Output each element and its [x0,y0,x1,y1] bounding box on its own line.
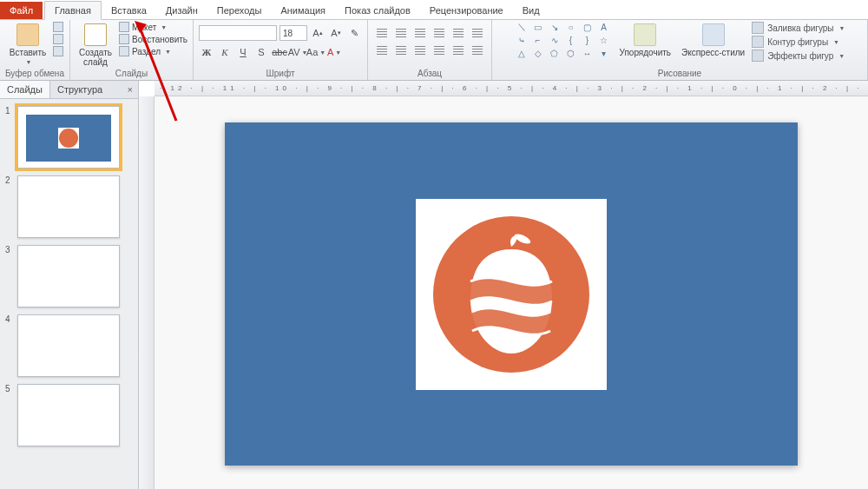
bullets-button[interactable] [373,25,391,41]
format-painter-button[interactable] [53,46,63,56]
columns-button[interactable] [450,43,467,58]
new-slide-icon [84,23,107,46]
effects-icon [752,50,764,62]
outline-icon [752,36,764,48]
layout-icon [119,22,129,32]
reset-button[interactable]: Восстановить [119,34,187,44]
slides-panel: Слайды Структура × 1 2 3 4 5 [0,81,139,489]
shape-curve-icon[interactable]: ∿ [548,35,562,45]
shape-line-icon[interactable]: ＼ [515,22,529,32]
copy-icon [53,34,63,44]
shape-star-icon[interactable]: ☆ [597,35,611,45]
section-icon [119,46,129,56]
clear-format-button[interactable]: ✎ [346,25,362,41]
slide-editor: · 12 · | · 11 · | · 10 · | · 9 · | · 8 ·… [139,81,868,489]
thumbnail-2[interactable]: 2 [0,172,138,241]
shape-oval-icon[interactable]: ○ [564,22,578,32]
justify-button[interactable] [431,43,448,58]
quick-styles-icon [702,23,725,46]
tab-home[interactable]: Главная [44,1,102,20]
group-label-paragraph: Абзац [418,69,442,80]
shape-arrow-icon[interactable]: ↘ [548,22,562,32]
shape-fill-button[interactable]: Заливка фигуры▼ [752,22,845,34]
horizontal-ruler[interactable]: · 12 · | · 11 · | · 10 · | · 9 · | · 8 ·… [155,81,868,96]
new-slide-button[interactable]: Создать слайд [76,22,115,69]
case-button[interactable]: Aa▼ [308,44,324,60]
tab-review[interactable]: Рецензирование [420,2,513,19]
increase-indent-button[interactable] [431,25,448,41]
strike-button[interactable]: abc [272,44,287,60]
tab-file[interactable]: Файл [0,2,43,19]
quick-styles-button[interactable]: Экспресс-стили [678,22,748,59]
numbering-button[interactable] [392,25,410,41]
shape-more-1[interactable]: △ [515,48,529,58]
italic-button[interactable]: К [217,44,233,60]
thumbnail-3[interactable]: 3 [0,241,138,311]
arrange-button[interactable]: Упорядочить [616,22,675,59]
decrease-indent-button[interactable] [411,25,429,41]
shadow-button[interactable]: S [253,44,269,60]
font-color-button[interactable]: A▼ [326,44,342,60]
tab-slideshow[interactable]: Показ слайдов [335,2,420,19]
shape-outline-button[interactable]: Контур фигуры▼ [752,36,845,48]
panel-close-button[interactable]: × [122,81,138,98]
section-button[interactable]: Раздел▼ [119,46,187,56]
align-right-button[interactable] [411,43,429,58]
paste-icon [16,23,39,46]
shape-more-5[interactable]: ↔ [581,48,595,58]
tab-animation[interactable]: Анимация [271,2,335,19]
cut-button[interactable] [53,22,63,32]
align-left-button[interactable] [373,43,391,58]
shape-more-2[interactable]: ◇ [531,48,545,58]
font-family-select[interactable] [199,25,277,41]
shapes-more-button[interactable]: ▾ [597,48,611,58]
shape-brace2-icon[interactable]: } [581,35,595,45]
layout-button[interactable]: Макет▼ [119,22,187,32]
shape-elbow-icon[interactable]: ⌐ [531,35,545,45]
new-slide-label: Создать слайд [79,48,112,67]
grow-font-button[interactable]: A▴ [310,25,326,41]
group-font: 18 A▴ A▾ ✎ Ж К Ч S abc AV▼ Aa▼ A▼ Шрифт [194,20,368,80]
chevron-down-icon: ▼ [26,59,32,65]
shape-rrect-icon[interactable]: ▢ [581,22,595,32]
arrange-icon [634,23,656,46]
vertical-ruler[interactable] [139,96,155,489]
shrink-font-button[interactable]: A▾ [328,25,344,41]
shapes-gallery[interactable]: ＼ ▭ ↘ ○ ▢ A ⤷ ⌐ ∿ { } ☆ △ ◇ ⬠ ⬡ ↔ ▾ [515,22,613,60]
align-center-button[interactable] [392,43,410,58]
line-spacing-button[interactable] [450,25,467,41]
group-label-font: Шрифт [266,69,295,80]
panel-tab-slides[interactable]: Слайды [0,81,50,98]
shape-more-3[interactable]: ⬠ [548,48,562,58]
group-clipboard: Вставить ▼ Буфер обмена [0,20,70,80]
thumbnail-5[interactable]: 5 [0,380,138,450]
shape-rect-icon[interactable]: ▭ [531,22,545,32]
tab-transitions[interactable]: Переходы [207,2,272,19]
shape-more-4[interactable]: ⬡ [564,48,578,58]
tab-insert[interactable]: Вставка [102,2,156,19]
underline-button[interactable]: Ч [235,44,251,60]
ribbon-tab-strip: Файл Главная Вставка Дизайн Переходы Ани… [0,0,868,20]
thumbnails-list: 1 2 3 4 5 [0,99,138,489]
apple-logo-icon [59,129,78,148]
shape-brace-icon[interactable]: { [564,35,578,45]
tab-view[interactable]: Вид [513,2,549,19]
inserted-image[interactable] [416,199,607,390]
thumbnail-4[interactable]: 4 [0,311,138,380]
copy-button[interactable] [53,34,63,44]
shape-text-icon[interactable]: A [597,22,611,32]
group-slides: Создать слайд Макет▼ Восстановить Раздел… [70,20,194,80]
smartart-button[interactable] [469,43,486,58]
slide-1[interactable] [225,122,798,466]
spacing-button[interactable]: AV▼ [290,44,306,60]
tab-design[interactable]: Дизайн [156,2,207,19]
paste-button[interactable]: Вставить ▼ [6,22,49,67]
shape-connector-icon[interactable]: ⤷ [515,35,529,45]
text-direction-button[interactable] [469,25,486,41]
thumbnail-1[interactable]: 1 [0,102,138,172]
bold-button[interactable]: Ж [199,44,214,60]
panel-tab-outline[interactable]: Структура [50,81,109,98]
font-size-select[interactable]: 18 [279,25,307,41]
canvas[interactable] [155,96,868,489]
shape-effects-button[interactable]: Эффекты фигур▼ [752,50,845,62]
